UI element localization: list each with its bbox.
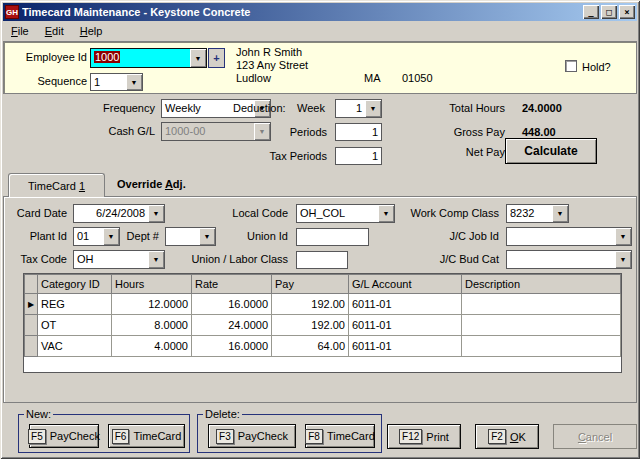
- f5-paycheck-button[interactable]: F5PayCheck: [29, 424, 99, 448]
- cell-category[interactable]: VAC: [38, 336, 112, 357]
- cell-pay[interactable]: 192.00: [272, 315, 349, 336]
- f3-paycheck-button[interactable]: F3PayCheck: [208, 424, 296, 448]
- cell-rate[interactable]: 24.0000: [192, 315, 272, 336]
- cell-rate[interactable]: 16.0000: [192, 294, 272, 315]
- union-id-input[interactable]: [296, 228, 369, 246]
- cell-category[interactable]: OT: [38, 315, 112, 336]
- col-header-desc: Description: [462, 275, 621, 294]
- week-label: Week: [297, 102, 325, 114]
- menu-item-edit[interactable]: Edit: [37, 23, 72, 39]
- cell-hours[interactable]: 4.0000: [112, 336, 192, 357]
- row-selector[interactable]: [25, 315, 38, 336]
- jc-job-id-combo[interactable]: ▼: [506, 227, 632, 246]
- table-row[interactable]: ▶ REG 12.0000 16.0000 192.00 6011-01: [25, 294, 621, 315]
- cell-rate[interactable]: 16.0000: [192, 336, 272, 357]
- col-header-rate: Rate: [192, 275, 272, 294]
- jc-bud-cat-label: J/C Bud Cat: [372, 253, 499, 265]
- f2-keycap: F2: [488, 429, 506, 444]
- chevron-down-icon[interactable]: ▼: [103, 228, 119, 245]
- f6-timecard-button[interactable]: F6TimeCard: [108, 424, 185, 448]
- timecard-grid: Category ID Hours Rate Pay G/L Account D…: [23, 273, 622, 373]
- tax-periods-input[interactable]: 1: [335, 147, 382, 165]
- row-selector-header: [25, 275, 38, 294]
- employee-city: Ludlow: [236, 72, 271, 84]
- minimize-button[interactable]: _: [583, 5, 599, 19]
- chevron-down-icon[interactable]: ▼: [615, 251, 631, 268]
- work-comp-class-combo[interactable]: 8232 ▼: [506, 204, 569, 223]
- grid-header-row: Category ID Hours Rate Pay G/L Account D…: [25, 275, 621, 294]
- tax-code-combo[interactable]: OH ▼: [73, 250, 165, 269]
- chevron-down-icon[interactable]: ▼: [615, 228, 631, 245]
- net-pay-label: Net Pay: [425, 146, 505, 158]
- frequency-label: Frequency: [55, 102, 155, 114]
- new-group-label: New:: [24, 408, 53, 420]
- row-selector[interactable]: ▶: [25, 294, 38, 315]
- col-header-category: Category ID: [38, 275, 112, 294]
- cell-hours[interactable]: 12.0000: [112, 294, 192, 315]
- week-value: 1: [336, 100, 365, 117]
- table-row[interactable]: OT 8.0000 24.0000 192.00 6011-01: [25, 315, 621, 336]
- jc-bud-cat-combo[interactable]: ▼: [506, 250, 632, 269]
- cell-desc[interactable]: [462, 336, 621, 357]
- menu-item-file[interactable]: File: [3, 23, 37, 39]
- jc-job-id-label: J/C Job Id: [372, 230, 499, 242]
- employee-id-label: Employee Id: [4, 51, 87, 63]
- new-group: New: F5PayCheck F6TimeCard: [18, 414, 190, 453]
- cell-pay[interactable]: 64.00: [272, 336, 349, 357]
- calculate-button[interactable]: Calculate: [505, 138, 597, 164]
- tab-override-adj[interactable]: Override Adj.: [117, 178, 186, 190]
- add-employee-button[interactable]: +: [208, 48, 225, 68]
- f8-timecard-button[interactable]: F8TimeCard: [305, 424, 375, 448]
- deduction-label: Deduction:: [233, 102, 286, 114]
- delete-group: Delete: F3PayCheck F8TimeCard: [197, 414, 382, 453]
- row-selector[interactable]: [25, 336, 38, 357]
- card-date-combo[interactable]: 6/24/2008 ▼: [73, 204, 165, 223]
- chevron-down-icon[interactable]: ▼: [552, 205, 568, 222]
- chevron-down-icon[interactable]: ▼: [190, 49, 206, 67]
- employee-panel: Employee Id 1000 ▼ + Sequence 1 ▼ John R…: [3, 41, 637, 94]
- local-code-value: OH_COL: [297, 205, 378, 222]
- tax-code-label: Tax Code: [9, 253, 67, 265]
- app-icon[interactable]: GH: [5, 5, 19, 19]
- union-id-label: Union Id: [186, 230, 288, 242]
- sequence-value: 1: [91, 74, 126, 90]
- employee-id-value: 1000: [94, 51, 120, 63]
- cell-desc[interactable]: [462, 315, 621, 336]
- plant-id-combo[interactable]: 01 ▼: [73, 227, 120, 246]
- work-comp-class-label: Work Comp Class: [372, 207, 499, 219]
- employee-zip: 01050: [402, 72, 433, 84]
- union-labor-class-label: Union / Labor Class: [154, 253, 288, 265]
- cell-category[interactable]: REG: [38, 294, 112, 315]
- chevron-down-icon[interactable]: ▼: [365, 100, 381, 117]
- menu-item-help[interactable]: Help: [72, 23, 111, 39]
- timecard-tab-panel: Card Date 6/24/2008 ▼ Local Code OH_COL …: [3, 196, 637, 403]
- maximize-button[interactable]: □: [601, 5, 617, 19]
- jc-bud-cat-value: [507, 251, 615, 268]
- plant-id-label: Plant Id: [9, 230, 67, 242]
- employee-id-combo[interactable]: 1000 ▼: [90, 48, 207, 68]
- dept-label: Dept #: [122, 230, 159, 242]
- periods-input[interactable]: 1: [335, 123, 382, 141]
- total-hours-label: Total Hours: [425, 102, 505, 114]
- table-row[interactable]: VAC 4.0000 16.0000 64.00 6011-01: [25, 336, 621, 357]
- union-labor-class-input[interactable]: [296, 251, 348, 269]
- cell-hours[interactable]: 8.0000: [112, 315, 192, 336]
- tab-timecard-1[interactable]: TimeCard 1: [8, 173, 105, 197]
- close-button[interactable]: ×: [619, 5, 635, 19]
- cell-gl[interactable]: 6011-01: [349, 336, 462, 357]
- title-bar[interactable]: GH Timecard Maintenance - Keystone Concr…: [3, 3, 637, 21]
- gross-pay-value: 448.00: [522, 126, 556, 138]
- f12-keycap: F12: [399, 429, 422, 444]
- cell-gl[interactable]: 6011-01: [349, 315, 462, 336]
- chevron-down-icon[interactable]: ▼: [126, 74, 142, 90]
- cell-pay[interactable]: 192.00: [272, 294, 349, 315]
- f12-print-button[interactable]: F12Print: [387, 424, 461, 449]
- week-combo[interactable]: 1 ▼: [335, 99, 382, 118]
- chevron-down-icon[interactable]: ▼: [148, 205, 164, 222]
- local-code-label: Local Code: [186, 207, 288, 219]
- cell-gl[interactable]: 6011-01: [349, 294, 462, 315]
- sequence-combo[interactable]: 1 ▼: [90, 73, 143, 91]
- hold-checkbox[interactable]: [565, 60, 577, 72]
- cell-desc[interactable]: [462, 294, 621, 315]
- f2-ok-button[interactable]: F2OK: [475, 424, 539, 449]
